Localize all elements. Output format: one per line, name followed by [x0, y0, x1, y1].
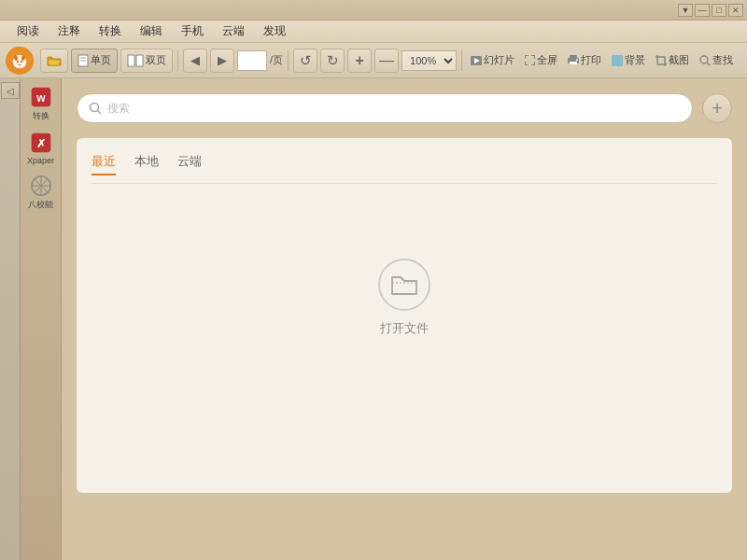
sidebar-item-octcal[interactable]: 八校能	[23, 171, 59, 215]
sidebar-toggle-button[interactable]: ◁	[1, 82, 20, 99]
menu-annotate[interactable]: 注释	[49, 21, 90, 41]
toolbar: 单页 双页 ◀ ▶ /页 ↺ ↻ + — 100% 75% 125% 150% …	[0, 43, 747, 78]
back-button[interactable]: ◀	[183, 49, 207, 73]
search-box[interactable]: 搜索	[77, 93, 693, 123]
svg-text:w: w	[35, 91, 46, 105]
app-logo	[6, 47, 34, 75]
sep1	[177, 50, 178, 71]
menu-discover[interactable]: 发现	[254, 21, 295, 41]
zoom-select[interactable]: 100% 75% 125% 150%	[402, 50, 457, 71]
svg-rect-16	[612, 55, 623, 66]
double-page-button[interactable]: 双页	[120, 49, 173, 73]
svg-point-4	[21, 60, 22, 62]
menu-bar: 阅读 注释 转换 编辑 手机 云端 发现	[0, 21, 747, 43]
folder-icon-big	[378, 259, 430, 311]
add-button[interactable]: +	[702, 93, 732, 123]
title-btn-arrow[interactable]: ▼	[678, 4, 693, 17]
content-area: 搜索 + 最近 本地 云端 打开文件	[62, 78, 747, 560]
double-page-label: 双页	[146, 53, 166, 67]
menu-read[interactable]: 阅读	[7, 21, 49, 41]
tabs-row: 最近 本地 云端	[92, 153, 717, 184]
tab-cloud[interactable]: 云端	[177, 153, 202, 175]
zoom-in-button[interactable]: +	[347, 49, 372, 73]
sep3	[461, 50, 462, 71]
find-button[interactable]: 查找	[696, 49, 737, 72]
svg-rect-9	[136, 55, 143, 66]
empty-state: 打开文件	[92, 203, 717, 393]
svg-rect-8	[128, 55, 134, 66]
octcal-label: 八校能	[28, 199, 53, 211]
crop-button[interactable]: 截图	[652, 49, 693, 72]
single-page-button[interactable]: 单页	[71, 49, 118, 73]
svg-line-29	[98, 111, 102, 115]
redo-button[interactable]: ↻	[320, 49, 345, 73]
title-bar: ▼ — □ ✕	[0, 0, 747, 21]
sep2	[288, 50, 289, 71]
svg-rect-15	[576, 60, 578, 62]
page-suffix: /页	[270, 53, 283, 67]
svg-text:✗: ✗	[36, 137, 46, 150]
slideshow-button[interactable]: 幻灯片	[467, 49, 518, 72]
search-icon	[89, 102, 102, 115]
title-btn-close[interactable]: ✕	[728, 4, 743, 17]
convert-icon: w	[30, 86, 52, 108]
menu-cloud[interactable]: 云端	[213, 21, 254, 41]
page-number-input[interactable]	[237, 50, 267, 71]
open-folder-button[interactable]	[40, 49, 68, 73]
search-row: 搜索 +	[77, 93, 732, 123]
menu-phone[interactable]: 手机	[172, 21, 213, 41]
svg-point-17	[700, 56, 708, 63]
xpaper-label: Xpaper	[27, 156, 54, 165]
zoom-out-button[interactable]: —	[374, 49, 399, 73]
octcal-icon	[30, 175, 52, 197]
tab-local[interactable]: 本地	[134, 153, 159, 175]
search-placeholder: 搜索	[107, 101, 130, 117]
empty-state-label: 打开文件	[380, 320, 429, 337]
xpaper-icon: ✗	[30, 132, 52, 154]
undo-button[interactable]: ↺	[293, 49, 317, 73]
forward-button[interactable]: ▶	[210, 49, 234, 73]
menu-convert[interactable]: 转换	[90, 21, 131, 41]
title-btn-minimize[interactable]: —	[695, 4, 710, 17]
file-panel: 最近 本地 云端 打开文件	[77, 138, 732, 493]
svg-line-18	[707, 63, 710, 65]
print-button[interactable]: 打印	[564, 49, 605, 72]
single-page-label: 单页	[91, 53, 111, 67]
left-sidebar: w 转换 ✗ Xpaper	[21, 78, 62, 560]
sidebar-item-convert[interactable]: w 转换	[23, 82, 59, 126]
tab-recent[interactable]: 最近	[92, 153, 116, 175]
sidebar-item-xpaper[interactable]: ✗ Xpaper	[23, 128, 59, 169]
title-btn-maximize[interactable]: □	[712, 4, 726, 17]
menu-edit[interactable]: 编辑	[131, 21, 172, 41]
svg-point-3	[17, 60, 19, 62]
svg-rect-14	[570, 62, 577, 64]
open-folder-icon	[389, 270, 419, 300]
background-button[interactable]: 背景	[608, 49, 649, 72]
convert-label: 转换	[33, 110, 49, 122]
svg-point-28	[91, 104, 99, 112]
fullscreen-button[interactable]: 全屏	[521, 49, 561, 72]
